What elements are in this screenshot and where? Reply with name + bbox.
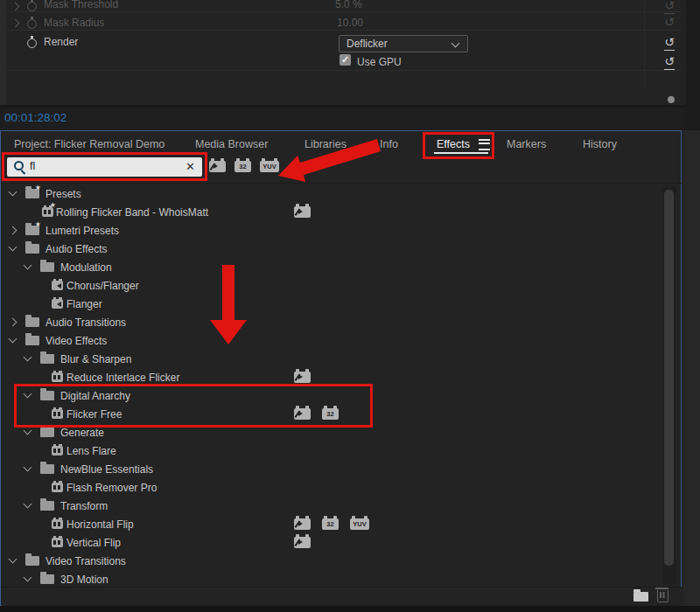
tree-row[interactable]: Digital Anarchy <box>2 386 662 405</box>
tree-item-label: Rolling Flicker Band - WhoisMatt <box>56 206 208 219</box>
effect-icon-glyph <box>53 522 61 526</box>
reset-parameter-icon[interactable]: ↺ <box>662 36 676 51</box>
current-timecode[interactable]: 00:01:28:02 <box>4 111 66 124</box>
dropdown-selected-value: Deflicker <box>346 38 388 50</box>
param-value[interactable]: 10.00 <box>337 17 363 29</box>
tree-item-label: 3D Motion <box>60 574 108 586</box>
tree-item-label: Transform <box>60 500 108 512</box>
tree-item-label: Flicker Free <box>66 408 122 421</box>
column-divider <box>644 0 645 87</box>
tab-info[interactable]: Info <box>380 138 398 150</box>
32-bit-color-badge[interactable]: 32 <box>234 161 251 172</box>
tree-item-label: Horizontal Flip <box>66 518 134 531</box>
chevron-down-icon[interactable] <box>9 555 18 564</box>
chevron-right-icon[interactable] <box>11 3 20 11</box>
chevron-down-icon[interactable] <box>24 353 32 362</box>
render-dropdown[interactable]: Deflicker <box>339 35 468 52</box>
folder-icon <box>40 391 54 400</box>
stopwatch-icon[interactable] <box>27 38 37 48</box>
tab-libraries[interactable]: Libraries <box>304 138 346 150</box>
stopwatch-icon[interactable] <box>27 2 37 11</box>
reset-parameter-icon[interactable]: ↺ <box>662 16 676 31</box>
chevron-down-icon[interactable] <box>24 574 32 582</box>
tree-row[interactable]: Generate <box>2 423 662 442</box>
video-effect-icon <box>52 372 63 382</box>
effect-row-use-gpu: ✓ Use GPU ↺ <box>0 53 686 71</box>
search-input[interactable] <box>30 158 178 174</box>
chevron-right-icon[interactable] <box>11 19 20 28</box>
tree-item-label: Video Transitions <box>46 555 126 567</box>
tree-item-label: Video Effects <box>46 335 107 347</box>
32-bit-badge-icon: 32 <box>322 518 339 530</box>
chevron-down-icon[interactable] <box>24 261 32 270</box>
tree-row[interactable]: Flicker Free32 <box>2 405 662 423</box>
tree-row[interactable]: Lens Flare <box>2 442 662 460</box>
tree-row[interactable]: Video Effects <box>2 331 662 350</box>
tree-row[interactable]: Audio Transitions <box>2 313 662 331</box>
scrollbar-nub[interactable] <box>668 96 675 103</box>
folder-icon <box>25 244 39 254</box>
chevron-down-icon[interactable] <box>24 390 32 399</box>
accelerated-effects-badge[interactable] <box>209 161 226 172</box>
param-label: Render <box>44 36 78 48</box>
folder-icon <box>40 501 54 511</box>
tab-history[interactable]: History <box>583 138 617 150</box>
scrollbar-thumb[interactable] <box>664 190 674 566</box>
tree-item-label: Blur & Sharpen <box>60 353 131 365</box>
tree-row[interactable]: ★Lumetri Presets <box>2 221 662 240</box>
effects-search-field[interactable]: ✕ <box>7 157 202 177</box>
tree-row[interactable]: ★Rolling Flicker Band - WhoisMatt <box>2 203 662 221</box>
folder-icon <box>40 464 54 474</box>
tree-row[interactable]: Flash Remover Pro <box>2 478 662 497</box>
tab-markers[interactable]: Markers <box>507 138 546 150</box>
new-bin-icon[interactable] <box>634 592 648 602</box>
tree-item-label: Chorus/Flanger <box>66 280 139 292</box>
accelerated-effect-badge-icon <box>294 537 311 548</box>
tree-row[interactable]: Chorus/Flanger <box>2 276 662 295</box>
tree-row[interactable]: 3D Motion <box>2 570 662 588</box>
trash-icon[interactable] <box>657 590 668 602</box>
folder-icon <box>25 556 39 566</box>
tree-row[interactable]: Blur & Sharpen <box>2 350 662 368</box>
tree-row[interactable]: Flanger <box>2 295 662 313</box>
chevron-down-icon[interactable] <box>24 427 32 435</box>
chevron-right-icon[interactable] <box>9 226 18 235</box>
effect-icon-glyph <box>57 302 61 307</box>
star-overlay-icon: ★ <box>35 220 41 228</box>
tree-row[interactable]: Reduce Interlace Flicker <box>2 368 662 386</box>
tree-row[interactable]: ★Presets <box>2 184 662 203</box>
tree-row[interactable]: NewBlue Essentials <box>2 460 662 478</box>
preset-folder-icon: ★ <box>25 189 39 198</box>
folder-icon <box>40 354 54 364</box>
reset-parameter-icon[interactable]: ↺ <box>662 55 676 70</box>
tree-row[interactable]: Audio Effects <box>2 240 662 258</box>
param-value[interactable]: 5.0 % <box>335 0 362 10</box>
preset-folder-icon: ★ <box>25 226 39 235</box>
tree-row[interactable]: Video Transitions <box>2 552 662 570</box>
effect-icon-glyph <box>53 412 61 416</box>
tree-row[interactable]: Vertical Flip <box>2 533 662 552</box>
tab-project[interactable]: Project: Flicker Removal Demo <box>14 138 164 150</box>
param-label: Mask Threshold <box>44 0 118 10</box>
chevron-right-icon[interactable] <box>9 318 18 327</box>
chevron-down-icon[interactable] <box>9 335 18 344</box>
yuv-effects-badge[interactable]: YUV <box>260 161 279 172</box>
window-edge <box>0 606 700 612</box>
tree-item-label: Generate <box>60 427 104 439</box>
chevron-down-icon[interactable] <box>24 500 32 509</box>
tree-row[interactable]: Transform <box>2 497 662 515</box>
clear-search-icon[interactable]: ✕ <box>186 160 195 173</box>
effect-controls-panel: Mask Threshold 5.0 % ↺ Mask Radius 10.00… <box>0 0 700 105</box>
chevron-down-icon[interactable] <box>24 463 32 472</box>
chevron-down-icon[interactable] <box>9 243 18 252</box>
video-effect-icon <box>52 519 63 529</box>
chevron-down-icon[interactable] <box>9 188 18 197</box>
use-gpu-checkbox[interactable]: ✓ <box>340 54 351 66</box>
tree-row[interactable]: Modulation <box>2 258 662 276</box>
tree-row[interactable]: Horizontal Flip32YUV <box>2 515 662 533</box>
scrollbar-track[interactable] <box>662 186 676 584</box>
tab-media-browser[interactable]: Media Browser <box>195 138 268 150</box>
stopwatch-icon[interactable] <box>27 19 37 29</box>
panel-menu-icon[interactable] <box>479 139 490 150</box>
tab-effects[interactable]: Effects <box>437 138 470 150</box>
